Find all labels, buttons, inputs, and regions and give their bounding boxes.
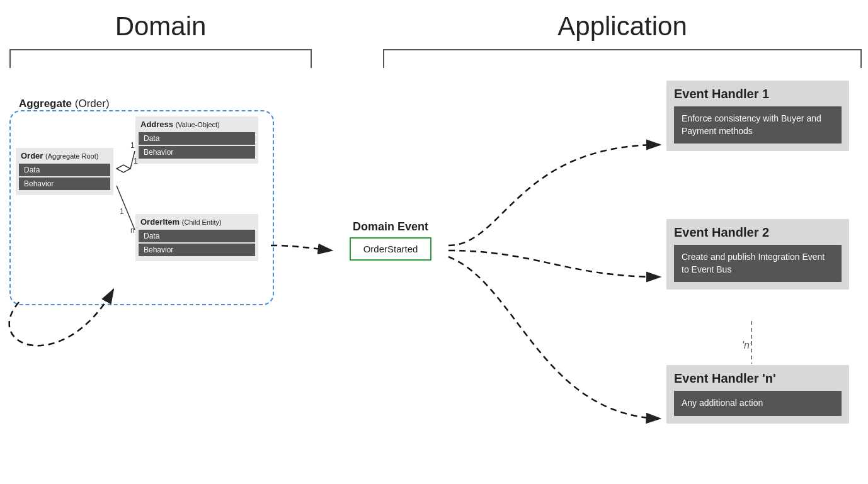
domain-section: Domain Aggregate (Order) Order (Aggregat… [0, 0, 321, 484]
order-behavior-row: Behavior [19, 177, 110, 190]
orderitem-behavior-row: Behavior [139, 244, 255, 256]
orderitem-data-row: Data [139, 230, 255, 242]
order-subheader: (Aggregate Root) [45, 152, 98, 160]
address-box-inner: Data Behavior [135, 132, 258, 164]
domain-title: Domain [0, 11, 321, 42]
handler2-title: Event Handler 2 [674, 225, 842, 240]
domain-label: Domain [115, 11, 207, 41]
order-box-header: Order (Aggregate Root) [16, 148, 113, 162]
domain-event-label: Domain Event [334, 220, 447, 234]
address-data-row: Data [139, 132, 255, 145]
aggregate-label: Aggregate (Order) [19, 98, 110, 110]
domain-bracket [9, 49, 312, 68]
n-label: 'n' [742, 340, 751, 351]
order-box: Order (Aggregate Root) Data Behavior [16, 148, 113, 195]
address-box-header: Address (Value-Object) [135, 116, 258, 131]
order-box-inner: Data Behavior [16, 164, 113, 195]
address-box: Address (Value-Object) Data Behavior [135, 116, 258, 164]
application-bracket [383, 49, 862, 68]
handler2-box: Event Handler 2 Create and publish Integ… [666, 219, 849, 290]
handler1-desc: Enforce consistency with Buyer and Payme… [674, 106, 842, 144]
application-label: Application [557, 11, 687, 41]
domain-event-box: OrderStarted [350, 237, 431, 261]
orderitem-box-inner: Data Behavior [135, 230, 258, 261]
order-data-row: Data [19, 164, 110, 176]
handler3-box: Event Handler 'n' Any additional action [666, 365, 849, 424]
handler1-box: Event Handler 1 Enforce consistency with… [666, 81, 849, 151]
orderitem-box-header: OrderItem (Child Entity) [135, 214, 258, 228]
handler1-title: Event Handler 1 [674, 87, 842, 101]
domain-event-area: Domain Event OrderStarted [334, 220, 447, 261]
address-behavior-row: Behavior [139, 146, 255, 159]
application-title: Application [377, 11, 868, 42]
address-subheader: (Value-Object) [176, 121, 220, 128]
handler3-desc: Any additional action [674, 391, 842, 416]
orderitem-subheader: (Child Entity) [182, 218, 222, 226]
handler2-desc: Create and publish Integration Event to … [674, 245, 842, 282]
orderitem-box: OrderItem (Child Entity) Data Behavior [135, 214, 258, 261]
handler3-title: Event Handler 'n' [674, 371, 842, 386]
